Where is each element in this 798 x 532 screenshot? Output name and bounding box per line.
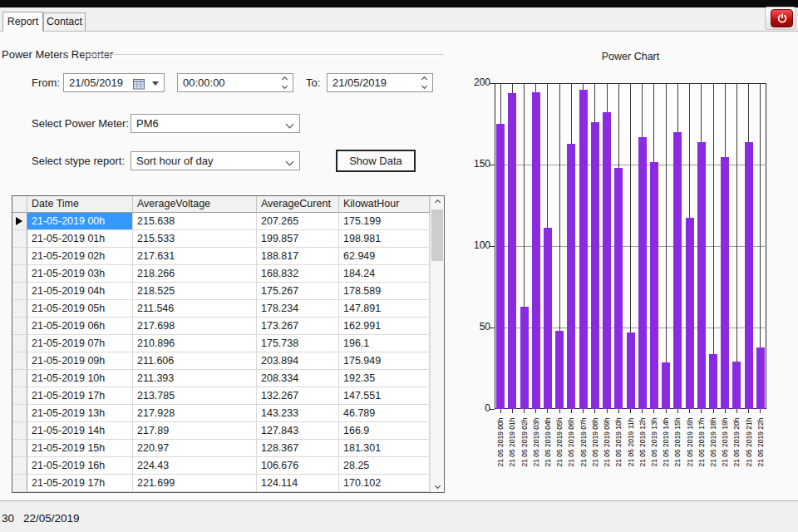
table-cell[interactable]: 199.857 — [257, 230, 339, 248]
table-cell[interactable]: 168.832 — [257, 265, 339, 283]
table-cell[interactable]: 175.949 — [339, 352, 430, 370]
from-time-field[interactable]: 00:00:00 — [177, 73, 293, 92]
table-cell[interactable]: 46.789 — [339, 405, 430, 422]
row-header-cell[interactable] — [12, 405, 27, 422]
table-cell[interactable]: 215.638 — [133, 213, 257, 230]
table-cell[interactable]: 173.267 — [257, 318, 339, 335]
table-row[interactable]: 21-05-2019 16h224.43106.67628.25 — [12, 457, 430, 475]
table-cell[interactable]: 21-05-2019 17h — [27, 475, 133, 492]
table-row[interactable]: 21-05-2019 03h218.266168.832184.24 — [12, 265, 430, 283]
table-cell[interactable]: 211.393 — [133, 370, 257, 387]
table-row[interactable]: 21-05-2019 17h213.785132.267147.551 — [12, 387, 430, 405]
row-header-cell[interactable] — [12, 265, 27, 283]
table-cell[interactable]: 147.891 — [339, 300, 430, 318]
table-cell[interactable]: 28.25 — [339, 457, 430, 475]
table-cell[interactable]: 210.896 — [133, 335, 257, 352]
table-cell[interactable]: 21-05-2019 02h — [27, 248, 133, 265]
table-row[interactable]: 21-05-2019 13h217.928143.23346.789 — [12, 405, 430, 422]
table-cell[interactable]: 106.676 — [257, 457, 339, 475]
table-cell[interactable]: 220.97 — [133, 440, 257, 457]
show-data-button[interactable]: Show Data — [336, 150, 416, 172]
row-header-cell[interactable] — [12, 352, 27, 370]
table-cell[interactable]: 147.551 — [339, 387, 430, 405]
calendar-dropdown-arrow-icon[interactable] — [152, 81, 159, 86]
report-type-combobox[interactable]: Sort hour of day — [131, 151, 300, 170]
table-cell[interactable]: 132.267 — [257, 387, 339, 405]
grid-vertical-scrollbar[interactable] — [430, 196, 444, 492]
scrollbar-down-icon[interactable] — [431, 480, 444, 492]
table-cell[interactable]: 184.24 — [339, 265, 430, 283]
tab-report[interactable]: Report — [2, 12, 43, 32]
table-row[interactable]: 21-05-2019 06h217.698173.267162.991 — [12, 318, 430, 335]
scrollbar-thumb[interactable] — [431, 209, 443, 261]
table-cell[interactable]: 21-05-2019 07h — [27, 335, 133, 352]
table-cell[interactable]: 175.267 — [257, 283, 339, 300]
table-row[interactable]: 21-05-2019 10h211.393208.334192.35 — [12, 370, 430, 387]
table-cell[interactable]: 175.738 — [257, 335, 339, 352]
spinner-down-icon[interactable] — [282, 83, 288, 89]
table-cell[interactable]: 192.35 — [339, 370, 430, 387]
table-cell[interactable]: 162.991 — [339, 318, 430, 335]
table-row[interactable]: 21-05-2019 15h220.97128.367181.301 — [12, 440, 430, 457]
table-cell[interactable]: 217.89 — [133, 422, 257, 440]
row-header-cell[interactable] — [12, 457, 27, 475]
to-date-spinner[interactable] — [418, 74, 431, 91]
row-header-cell[interactable] — [12, 213, 27, 230]
table-cell[interactable]: 21-05-2019 03h — [27, 265, 133, 283]
table-cell[interactable]: 215.533 — [133, 230, 257, 248]
table-cell[interactable]: 21-05-2019 14h — [27, 422, 133, 440]
column-header[interactable]: AverageVoltage — [133, 196, 257, 213]
table-cell[interactable]: 178.234 — [257, 300, 339, 318]
row-header-cell[interactable] — [12, 230, 27, 248]
table-cell[interactable]: 211.546 — [133, 300, 257, 318]
table-cell[interactable]: 207.265 — [257, 213, 339, 230]
column-header[interactable]: KilowatHour — [339, 196, 430, 213]
table-cell[interactable]: 175.199 — [339, 213, 430, 230]
table-cell[interactable]: 21-05-2019 13h — [27, 405, 133, 422]
table-cell[interactable]: 211.606 — [133, 352, 257, 370]
spinner-up-icon[interactable] — [282, 76, 288, 82]
table-row[interactable]: 21-05-2019 07h210.896175.738196.1 — [12, 335, 430, 352]
meter-combobox[interactable]: PM6 — [131, 114, 300, 133]
row-header-cell[interactable] — [12, 300, 27, 318]
table-cell[interactable]: 178.589 — [339, 283, 430, 300]
row-header-cell[interactable] — [12, 318, 27, 335]
table-cell[interactable]: 143.233 — [257, 405, 339, 422]
table-cell[interactable]: 21-05-2019 10h — [27, 370, 133, 387]
table-cell[interactable]: 127.843 — [257, 422, 339, 440]
table-cell[interactable]: 128.367 — [257, 440, 339, 457]
to-date-picker[interactable]: 21/05/2019 — [327, 73, 433, 92]
table-cell[interactable]: 181.301 — [339, 440, 430, 457]
row-header-cell[interactable] — [12, 335, 27, 352]
table-cell[interactable]: 21-05-2019 09h — [27, 352, 133, 370]
table-cell[interactable]: 188.817 — [257, 248, 339, 265]
table-cell[interactable]: 218.525 — [133, 283, 257, 300]
data-grid[interactable]: Date TimeAverageVoltageAverageCurentKilo… — [12, 195, 445, 493]
power-button[interactable] — [771, 9, 793, 27]
table-cell[interactable]: 198.981 — [339, 230, 430, 248]
table-cell[interactable]: 221.699 — [133, 475, 257, 492]
table-cell[interactable]: 218.266 — [133, 265, 257, 283]
row-header-cell[interactable] — [12, 248, 27, 265]
column-header[interactable]: AverageCurent — [257, 196, 339, 213]
table-cell[interactable]: 196.1 — [339, 335, 430, 352]
from-time-spinner[interactable] — [278, 74, 291, 91]
column-header[interactable]: Date Time — [27, 196, 133, 213]
row-header-cell[interactable] — [12, 422, 27, 440]
row-header-cell[interactable] — [12, 387, 27, 405]
table-row[interactable]: 21-05-2019 01h215.533199.857198.981 — [12, 230, 430, 248]
table-row[interactable]: 21-05-2019 17h221.699124.114170.102 — [12, 475, 430, 492]
tab-contact[interactable]: Contact — [43, 12, 86, 31]
spinner-down-icon[interactable] — [421, 83, 427, 89]
table-cell[interactable]: 217.698 — [133, 318, 257, 335]
row-header-cell[interactable] — [12, 475, 27, 492]
scrollbar-up-icon[interactable] — [431, 196, 444, 209]
spinner-up-icon[interactable] — [421, 76, 427, 82]
table-row[interactable]: 21-05-2019 04h218.525175.267178.589 — [12, 283, 430, 300]
table-row[interactable]: 21-05-2019 00h215.638207.265175.199 — [12, 213, 430, 230]
table-cell[interactable]: 62.949 — [339, 248, 430, 265]
from-date-picker[interactable]: 21/05/2019 — [63, 73, 165, 92]
table-cell[interactable]: 21-05-2019 15h — [27, 440, 133, 457]
table-row[interactable]: 21-05-2019 02h217.631188.81762.949 — [12, 248, 430, 265]
table-cell[interactable]: 21-05-2019 01h — [27, 230, 133, 248]
